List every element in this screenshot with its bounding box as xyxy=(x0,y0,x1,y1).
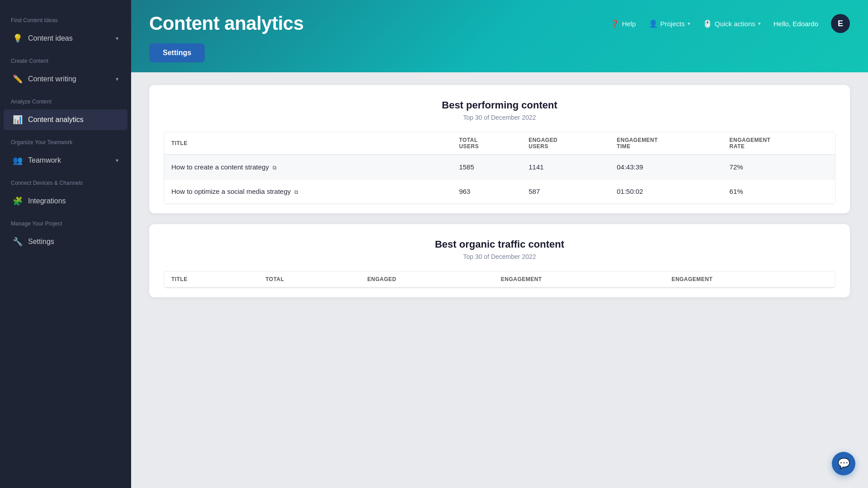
sidebar: Find Content Ideas 💡 Content ideas ▾ Cre… xyxy=(0,0,131,488)
col-header-title: TITLE xyxy=(164,132,452,155)
organic-col-header-engagement2: ENGAGEMENT xyxy=(664,272,835,287)
pen-icon: ✏️ xyxy=(13,74,23,84)
sidebar-item-content-writing[interactable]: ✏️ Content writing ▾ xyxy=(4,69,127,89)
sidebar-item-integrations[interactable]: 🧩 Integrations xyxy=(4,191,127,211)
cell-engaged-users: 587 xyxy=(521,179,609,204)
sidebar-section-label-manage: Manage Your Project xyxy=(0,212,131,230)
table-header-row: TITLE TOTALUSERS ENGAGEDUSERS ENGAGEMENT… xyxy=(164,132,835,155)
main-area: Content analytics ❓ Help 👤 Projects ▾ 🖱️… xyxy=(131,0,868,488)
projects-label: Projects xyxy=(660,20,685,28)
sidebar-section-label-integrations: Connect Devices & Channels xyxy=(0,172,131,190)
page-title: Content analytics xyxy=(149,13,304,34)
best-performing-subtitle: Top 30 of December 2022 xyxy=(164,114,835,121)
sidebar-item-label-content-writing: Content writing xyxy=(28,75,110,83)
best-organic-table: TITLE TOTAL ENGAGED ENGAGEMENT ENGAGEMEN… xyxy=(164,272,835,288)
best-performing-card: Best performing content Top 30 of Decemb… xyxy=(149,85,850,213)
sidebar-section-label-teamwork: Organize Your Teamwork xyxy=(0,131,131,149)
cell-engagement-rate: 61% xyxy=(722,179,835,204)
page-content: Best performing content Top 30 of Decemb… xyxy=(131,72,868,488)
best-organic-card: Best organic traffic content Top 30 of D… xyxy=(149,224,850,297)
sidebar-item-content-analytics[interactable]: 📊 Content analytics xyxy=(4,109,127,130)
cell-engaged-users: 1141 xyxy=(521,155,609,179)
col-header-engagement-rate: ENGAGEMENTRATE xyxy=(722,132,835,155)
projects-icon: 👤 xyxy=(649,19,658,28)
header-nav: ❓ Help 👤 Projects ▾ 🖱️ Quick actions ▾ H… xyxy=(610,14,850,33)
col-header-total-users: TOTALUSERS xyxy=(452,132,521,155)
external-link-icon: ⧉ xyxy=(294,189,298,195)
people-icon: 👥 xyxy=(13,155,23,165)
quick-actions-nav-item[interactable]: 🖱️ Quick actions ▾ xyxy=(703,19,761,28)
sidebar-item-label-integrations: Integrations xyxy=(28,197,118,205)
sidebar-section-label-find-ideas: Find Content Ideas xyxy=(0,9,131,27)
help-nav-item[interactable]: ❓ Help xyxy=(610,19,636,28)
bulb-icon: 💡 xyxy=(13,33,23,43)
sidebar-section-integrations: Connect Devices & Channels 🧩 Integration… xyxy=(0,172,131,212)
page-header: Content analytics ❓ Help 👤 Projects ▾ 🖱️… xyxy=(131,0,868,72)
cell-engagement-time: 01:50:02 xyxy=(609,179,722,204)
user-greeting: Hello, Edoardo xyxy=(774,20,818,28)
chat-button[interactable]: 💬 xyxy=(832,452,855,475)
sidebar-section-label-analyze: Analyze Content xyxy=(0,90,131,108)
sidebar-item-settings[interactable]: 🔧 Settings xyxy=(4,231,127,252)
chevron-down-icon-actions: ▾ xyxy=(758,21,761,27)
settings-button[interactable]: Settings xyxy=(149,43,205,62)
col-header-engaged-users: ENGAGEDUSERS xyxy=(521,132,609,155)
header-top-row: Content analytics ❓ Help 👤 Projects ▾ 🖱️… xyxy=(149,13,850,34)
col-header-engagement-time: ENGAGEMENTTIME xyxy=(609,132,722,155)
cell-title: How to create a content strategy ⧉ xyxy=(164,155,452,179)
table-row: How to create a content strategy ⧉ 1585 … xyxy=(164,155,835,179)
table-row: How to optimize a social media strategy … xyxy=(164,179,835,204)
best-performing-table-scroll[interactable]: TITLE TOTALUSERS ENGAGEDUSERS ENGAGEMENT… xyxy=(164,132,835,204)
sidebar-item-label-teamwork: Teamwork xyxy=(28,156,110,164)
chart-icon: 📊 xyxy=(13,115,23,125)
sidebar-item-content-ideas[interactable]: 💡 Content ideas ▾ xyxy=(4,28,127,49)
chevron-down-icon-teamwork: ▾ xyxy=(116,157,118,164)
sidebar-section-create-content: Create Content ✏️ Content writing ▾ xyxy=(0,50,131,90)
sidebar-item-label-content-ideas: Content ideas xyxy=(28,34,110,42)
chat-icon: 💬 xyxy=(838,458,850,469)
best-organic-subtitle: Top 30 of December 2022 xyxy=(164,253,835,260)
wrench-icon: 🔧 xyxy=(13,237,23,247)
help-icon: ❓ xyxy=(610,19,619,28)
sidebar-section-analyze: Analyze Content 📊 Content analytics xyxy=(0,90,131,131)
chevron-down-icon-writing: ▾ xyxy=(116,76,118,82)
sidebar-section-teamwork: Organize Your Teamwork 👥 Teamwork ▾ xyxy=(0,131,131,172)
cursor-icon: 🖱️ xyxy=(703,19,712,28)
best-organic-title: Best organic traffic content xyxy=(164,239,835,250)
organic-col-header-engaged: ENGAGED xyxy=(360,272,494,287)
best-organic-table-scroll[interactable]: TITLE TOTAL ENGAGED ENGAGEMENT ENGAGEMEN… xyxy=(164,271,835,288)
chevron-down-icon-ideas: ▾ xyxy=(116,35,118,42)
sidebar-section-label-create: Create Content xyxy=(0,50,131,68)
quick-actions-label: Quick actions xyxy=(715,20,755,28)
organic-table-header-row: TITLE TOTAL ENGAGED ENGAGEMENT ENGAGEMEN… xyxy=(164,272,835,287)
help-label: Help xyxy=(622,20,636,28)
organic-col-header-total: TOTAL xyxy=(258,272,360,287)
best-performing-table: TITLE TOTALUSERS ENGAGEDUSERS ENGAGEMENT… xyxy=(164,132,835,204)
organic-col-header-title: TITLE xyxy=(164,272,258,287)
chevron-down-icon-projects: ▾ xyxy=(688,21,690,27)
avatar[interactable]: E xyxy=(831,14,850,33)
sidebar-item-label-settings: Settings xyxy=(28,238,118,246)
sidebar-section-manage: Manage Your Project 🔧 Settings xyxy=(0,212,131,253)
cell-total-users: 963 xyxy=(452,179,521,204)
sidebar-item-label-content-analytics: Content analytics xyxy=(28,116,118,124)
sidebar-section-find-ideas: Find Content Ideas 💡 Content ideas ▾ xyxy=(0,9,131,50)
cell-engagement-rate: 72% xyxy=(722,155,835,179)
cell-engagement-time: 04:43:39 xyxy=(609,155,722,179)
projects-nav-item[interactable]: 👤 Projects ▾ xyxy=(649,19,690,28)
cell-title: How to optimize a social media strategy … xyxy=(164,179,452,204)
sidebar-item-teamwork[interactable]: 👥 Teamwork ▾ xyxy=(4,150,127,171)
cell-total-users: 1585 xyxy=(452,155,521,179)
best-performing-title: Best performing content xyxy=(164,99,835,111)
organic-col-header-engagement: ENGAGEMENT xyxy=(494,272,665,287)
puzzle-icon: 🧩 xyxy=(13,196,23,206)
external-link-icon: ⧉ xyxy=(273,164,277,171)
